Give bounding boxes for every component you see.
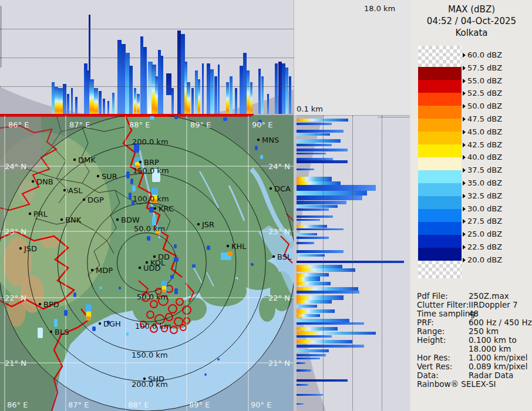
info-value: 18.000 km: [469, 344, 511, 353]
echo-bar: [297, 144, 332, 146]
echo-cell: [260, 155, 263, 159]
echo-column: [198, 79, 200, 114]
city-label: BSL: [277, 252, 292, 261]
city-dot: [63, 189, 66, 191]
city-label: MNS: [262, 136, 279, 144]
echo-bar: [297, 169, 314, 170]
echo-bar: [297, 403, 304, 405]
colorbar-band: [418, 209, 462, 222]
city-dot: [99, 322, 101, 325]
info-value: 0.089 km/pixel: [469, 362, 527, 371]
radar-map: 86° E86° E87° E87° E88° E88° E89° E89° E…: [0, 115, 294, 411]
echo-column: [137, 94, 140, 114]
echo-cell: [170, 275, 174, 279]
echo-bar: [297, 340, 352, 343]
city-dot: [272, 255, 275, 258]
echo-bar: [297, 358, 320, 359]
latitude-label: 23° N: [5, 227, 26, 236]
latitude-label: 24° N: [5, 162, 26, 171]
scale-label: 47.5 dBZ: [463, 114, 502, 123]
city-label: DMK: [78, 156, 96, 164]
echo-cell: [73, 292, 76, 297]
echo-column: [67, 94, 69, 114]
city-label: PRL: [33, 210, 48, 218]
echo-cell: [99, 287, 102, 289]
echo-column: [103, 99, 105, 114]
colorbar-band: [418, 170, 462, 183]
latitude-label: 21° N: [268, 359, 290, 368]
echo-cell: [174, 244, 177, 248]
echo-bar: [297, 322, 364, 325]
city-label: BNK: [65, 215, 82, 224]
scale-label: 27.5 dBZ: [463, 217, 502, 225]
echo-bar: [297, 349, 329, 352]
echo-core: [135, 162, 140, 166]
info-value: 1.000 km/pixel: [469, 353, 527, 362]
echo-bar: [297, 133, 330, 136]
echo-column: [134, 88, 136, 114]
scale-label: 40.0 dBZ: [463, 153, 502, 161]
echo-bar: [297, 153, 326, 154]
echo-bar: [297, 185, 376, 191]
colorbar-band: [418, 119, 462, 132]
info-value: 250Z.max: [469, 291, 509, 301]
echo-column: [258, 69, 261, 114]
longitude-label: 89° E: [190, 120, 211, 129]
scale-arrow-icon: [463, 79, 466, 83]
city-label: ASL: [68, 186, 83, 195]
echo-cell: [126, 332, 129, 336]
max-height-label: 18.0 km: [364, 4, 395, 13]
echo-bar: [297, 177, 332, 181]
scale-arrow-icon: [463, 194, 466, 198]
city-dot: [270, 187, 272, 190]
echo-column: [226, 82, 229, 114]
echo-bar: [297, 332, 376, 335]
latitude-label: 21° N: [5, 359, 26, 368]
colorbar-band: [418, 235, 462, 248]
echo-cell: [126, 171, 130, 178]
side-axis-line: [378, 117, 410, 117]
info-value: 600 Hz / 450 Hz: [469, 318, 532, 327]
echo-bar: [297, 295, 344, 300]
echo-bar: [297, 345, 364, 348]
latitude-label: 22° N: [5, 294, 26, 302]
echo-column: [58, 88, 63, 114]
city-label: SHD: [148, 375, 164, 383]
echo-bar: [297, 208, 329, 211]
echo-column: [71, 88, 73, 114]
scale-label: 22.5 dBZ: [463, 242, 502, 251]
range-ring-label: 150.0 km: [133, 166, 169, 175]
echo-column: [289, 76, 291, 114]
info-value: 48: [469, 309, 479, 318]
colorbar-overflow-top: [418, 46, 462, 67]
software-brand: Rainbow® SELEX-SI: [417, 379, 496, 389]
city-label: DGH: [103, 319, 121, 328]
echo-column: [191, 88, 194, 114]
echo-column: [187, 82, 190, 114]
longitude-label: 87° E: [68, 400, 89, 409]
echo-bar: [297, 119, 348, 122]
echo-column: [75, 97, 78, 114]
city-label: JSD: [23, 244, 37, 253]
echo-bar: [297, 309, 335, 313]
echo-column: [112, 93, 115, 114]
city-label: KHL: [231, 242, 247, 251]
echo-bar: [297, 233, 317, 235]
echo-cell: [255, 146, 258, 150]
echo-cell: [174, 116, 178, 119]
height-gridline: [0, 58, 294, 58]
echo-bar: [297, 300, 332, 304]
info-label: Clutter Filter:: [417, 300, 469, 309]
city-dot: [257, 139, 260, 141]
city-dot: [153, 255, 156, 258]
echo-column: [171, 88, 174, 114]
scale-label: 42.5 dBZ: [463, 140, 502, 149]
longitude-label: 90° E: [251, 400, 271, 409]
height-gridline: [382, 116, 382, 411]
scale-arrow-icon: [463, 258, 466, 262]
echo-column: [210, 69, 214, 114]
echo-column: [166, 73, 171, 95]
scale-label: 52.5 dBZ: [463, 89, 502, 97]
echo-bar: [297, 123, 332, 125]
city-label: DNB: [36, 177, 53, 186]
